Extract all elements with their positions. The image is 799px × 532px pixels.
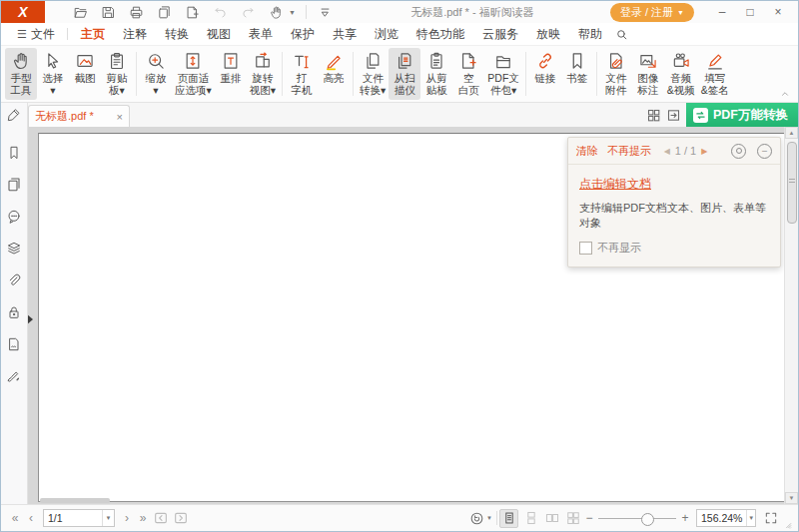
toolbar-from-clipboard[interactable]: 从剪 贴板: [420, 48, 452, 100]
login-caret-icon: ▼: [677, 9, 684, 16]
next-view-icon[interactable]: [173, 510, 189, 526]
hand-tool-quick-icon[interactable]: [267, 3, 285, 21]
menu-tab-help[interactable]: 帮助: [569, 24, 611, 45]
vertical-scrollbar-thumb[interactable]: [787, 142, 797, 224]
menu-tab-view[interactable]: 视图: [198, 24, 240, 45]
next-page-button[interactable]: ›: [119, 511, 135, 525]
toolbar-link[interactable]: 链接: [529, 48, 561, 100]
layers-panel-icon[interactable]: [6, 241, 22, 257]
facing-view-icon[interactable]: [543, 510, 560, 527]
zoom-level-combo[interactable]: 156.24% ▼: [696, 509, 756, 527]
handwritten-sign-icon[interactable]: [6, 368, 22, 384]
toolbar-fit-page-options[interactable]: 页面适 应选项▾: [172, 48, 215, 100]
digital-signature-icon[interactable]: [6, 336, 22, 352]
edit-pencil-icon[interactable]: [6, 107, 22, 123]
toolbar-file-attachment[interactable]: 文件 附件: [600, 48, 632, 100]
attachments-panel-icon[interactable]: [6, 272, 22, 288]
toolbar-highlight[interactable]: 高亮: [318, 48, 350, 100]
resize-grip-icon[interactable]: [782, 519, 792, 529]
popup-dont-remind-button[interactable]: 不再提示: [607, 144, 651, 159]
menu-tab-home[interactable]: 主页: [72, 24, 114, 45]
menu-tab-comment[interactable]: 注释: [114, 24, 156, 45]
toolbar-audio-video[interactable]: 音频 &视频: [664, 48, 698, 100]
vertical-scrollbar[interactable]: ▲ ▼: [784, 127, 798, 504]
pager-prev-icon[interactable]: ◀: [664, 147, 670, 156]
page-thumbnails-icon[interactable]: [6, 177, 22, 193]
popup-clear-button[interactable]: 清除: [576, 144, 598, 159]
scroll-up-icon[interactable]: ▲: [785, 127, 798, 139]
previous-view-icon[interactable]: [153, 510, 169, 526]
rotate-caret-icon[interactable]: ▼: [486, 515, 492, 521]
toolbar-snapshot[interactable]: 截图: [69, 48, 101, 100]
menu-file[interactable]: ☰ 文件: [9, 26, 63, 43]
toolbar-from-scanner[interactable]: 从扫 描仪: [389, 48, 420, 100]
zoom-combo-caret-icon[interactable]: ▼: [746, 510, 755, 526]
zoom-out-button[interactable]: −: [583, 511, 595, 525]
maximize-button[interactable]: □: [736, 2, 764, 22]
pager-next-icon[interactable]: ▶: [701, 147, 707, 156]
redo-icon[interactable]: [239, 3, 257, 21]
toolbar-image-annotation[interactable]: 图像 标注: [632, 48, 664, 100]
toolbar-rotate-view[interactable]: 旋转 视图▾: [247, 48, 279, 100]
login-register-button[interactable]: 登录 / 注册 ▼: [610, 3, 694, 22]
menu-tab-form[interactable]: 表单: [240, 24, 282, 45]
collapse-toolbar-icon[interactable]: [780, 89, 790, 99]
dont-show-checkbox[interactable]: [579, 242, 592, 255]
security-panel-icon[interactable]: [6, 304, 22, 320]
menu-tab-slideshow[interactable]: 放映: [527, 24, 569, 45]
popup-settings-icon[interactable]: [731, 144, 746, 159]
print-icon[interactable]: [127, 3, 145, 21]
toolbar-typewriter[interactable]: 打 字机: [286, 48, 318, 100]
menu-tab-protect[interactable]: 保护: [282, 24, 324, 45]
bookmarks-panel-icon[interactable]: [6, 145, 22, 161]
toolbar-pdf-portfolio[interactable]: PDF文 件包▾: [484, 48, 522, 100]
new-file-icon[interactable]: [183, 3, 201, 21]
save-icon[interactable]: [99, 3, 117, 21]
zoom-in-button[interactable]: +: [679, 511, 691, 525]
search-icon[interactable]: [615, 28, 628, 41]
copy-file-icon[interactable]: [155, 3, 173, 21]
page-combo-caret-icon[interactable]: ▼: [102, 510, 114, 526]
toolbar-hand-tool[interactable]: 手型 工具: [5, 48, 37, 100]
toolbar-file-convert[interactable]: 文件 转换▾: [357, 48, 389, 100]
zoom-slider[interactable]: [598, 511, 676, 525]
panel-expand-handle[interactable]: [28, 314, 33, 324]
close-button[interactable]: ×: [764, 2, 792, 22]
facing-continuous-view-icon[interactable]: [564, 510, 581, 527]
menu-tab-features[interactable]: 特色功能: [407, 24, 473, 45]
zoom-slider-handle[interactable]: [641, 513, 654, 526]
menu-tab-share[interactable]: 共享: [324, 24, 366, 45]
last-page-button[interactable]: »: [135, 511, 151, 525]
undo-icon[interactable]: [211, 3, 229, 21]
menu-tab-convert[interactable]: 转换: [156, 24, 198, 45]
toolbar-bookmark[interactable]: 书签: [561, 48, 593, 100]
edit-document-link[interactable]: 点击编辑文档: [579, 176, 651, 193]
toolbar-reflow[interactable]: 重排: [215, 48, 247, 100]
tab-close-icon[interactable]: ×: [117, 111, 123, 123]
toolbar-blank-page[interactable]: 空 白页: [452, 48, 484, 100]
pdf-converter-badge[interactable]: PDF万能转换: [686, 103, 798, 127]
page-number-combo[interactable]: 1/1 ▼: [43, 509, 115, 527]
open-file-icon[interactable]: [71, 3, 89, 21]
popup-collapse-icon[interactable]: –: [757, 144, 772, 159]
continuous-view-icon[interactable]: [522, 510, 539, 527]
scroll-down-icon[interactable]: ▼: [785, 492, 798, 504]
fullscreen-icon[interactable]: [764, 511, 778, 525]
toolbar-fill-sign[interactable]: 填写 &签名: [698, 48, 732, 100]
rotate-view-status-icon[interactable]: [469, 511, 484, 526]
menu-tab-cloud[interactable]: 云服务: [473, 24, 527, 45]
toolbar-zoom[interactable]: 缩放 ▾: [140, 48, 172, 100]
first-page-button[interactable]: «: [7, 511, 23, 525]
comments-panel-icon[interactable]: [6, 209, 22, 225]
menu-tab-browse[interactable]: 浏览: [366, 24, 407, 45]
previous-page-button[interactable]: ‹: [23, 511, 39, 525]
document-tab[interactable]: 无标题.pdf * ×: [28, 105, 130, 127]
minimize-button[interactable]: –: [708, 2, 736, 22]
toolbar-clipboard[interactable]: 剪贴 板▾: [101, 48, 133, 100]
thumbnail-grid-icon[interactable]: [646, 108, 661, 123]
toolbar-select[interactable]: 选择 ▾: [37, 48, 69, 100]
customize-toolbar-icon[interactable]: [317, 3, 335, 21]
tab-list-icon[interactable]: [666, 108, 681, 123]
single-page-view-icon[interactable]: [499, 509, 518, 528]
horizontal-scrollbar-thumb[interactable]: [40, 498, 110, 503]
